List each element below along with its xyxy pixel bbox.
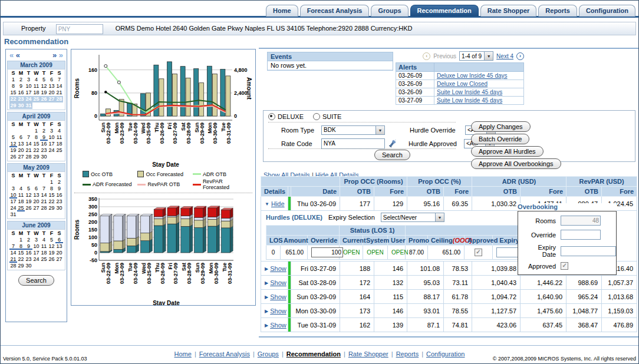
calendar-day[interactable]: 30 — [17, 102, 25, 109]
rate-code-input[interactable] — [321, 138, 385, 149]
calendar-day[interactable]: 5 — [9, 134, 17, 141]
calendar-day[interactable]: 30 — [25, 263, 32, 269]
calendar-day[interactable]: 9 — [40, 134, 48, 141]
calendar-day[interactable]: 3 — [32, 237, 40, 243]
calendar-day[interactable]: 17 — [32, 250, 40, 256]
approve-all-hurdles-button[interactable]: Approve All Hurdles — [471, 146, 544, 157]
footer-link-home[interactable]: Home — [174, 350, 192, 358]
calendar-day[interactable]: 29 — [32, 154, 40, 160]
filter-search-button[interactable]: Search — [374, 150, 410, 160]
calendar-day[interactable]: 22 — [32, 147, 40, 154]
calendar-day[interactable]: 12 — [9, 141, 17, 147]
calendar-day[interactable]: 8 — [48, 186, 55, 192]
footer-link-configuration[interactable]: Configuration — [426, 350, 465, 358]
next-link[interactable]: Next 4 — [496, 53, 513, 59]
calendar-day[interactable]: 7 — [55, 77, 63, 83]
tab-groups[interactable]: Groups — [371, 5, 408, 16]
calendar-day[interactable]: 3 — [25, 77, 32, 83]
calendar-day[interactable]: 29 — [17, 263, 25, 269]
calendar-day[interactable]: 17 — [9, 198, 17, 205]
show-details-link[interactable]: Show — [270, 307, 286, 315]
calendar-day[interactable]: 29 — [48, 205, 55, 211]
calendar-next-month-icon[interactable]: » — [52, 51, 57, 59]
calendar-day[interactable]: 26 — [48, 256, 55, 263]
tab-home[interactable]: Home — [266, 5, 298, 16]
property-input[interactable] — [56, 24, 103, 34]
calendar-day[interactable]: 5 — [25, 186, 32, 192]
calendar-day[interactable]: 26 — [25, 205, 32, 211]
calendar-day[interactable]: 23 — [25, 256, 32, 263]
calendar-day[interactable]: 20 — [55, 250, 63, 256]
hurdle-approved-checkbox[interactable]: ✓ — [475, 249, 482, 256]
overbooking-expiry-input[interactable] — [561, 246, 616, 256]
calendar-day[interactable]: 2 — [17, 77, 25, 83]
calendar-day[interactable]: 10 — [25, 83, 32, 90]
calendar-day[interactable]: 11 — [32, 83, 40, 90]
calendar-day[interactable]: 13 — [55, 243, 63, 250]
calendar-day[interactable]: 10 — [48, 134, 55, 141]
calendar-day[interactable]: 25 — [40, 256, 48, 263]
calendar-day[interactable]: 22 — [9, 96, 17, 102]
calendar-day[interactable]: 2 — [25, 237, 32, 243]
expiry-selection-select[interactable]: Select/Never ▼ — [381, 213, 444, 222]
calendar-day[interactable]: 24 — [32, 256, 40, 263]
calendar-day[interactable]: 20 — [32, 198, 40, 205]
calendar-day[interactable]: 12 — [40, 83, 48, 90]
tab-forecast-analysis[interactable]: Forecast Analysis — [300, 5, 370, 16]
calendar-day[interactable]: 24 — [25, 96, 32, 102]
footer-link-recommendation[interactable]: Recommendation — [286, 350, 341, 358]
calendar-day[interactable]: 16 — [25, 250, 32, 256]
calendar-day[interactable]: 7 — [40, 186, 48, 192]
alerts-range-select[interactable]: 1-4 of 9 ▼ — [459, 51, 493, 61]
calendar-day[interactable]: 8 — [32, 134, 40, 141]
tab-recommendation[interactable]: Recommendation — [410, 5, 479, 16]
calendar-day[interactable]: 25 — [32, 96, 40, 102]
footer-link-reports[interactable]: Reports — [396, 350, 419, 358]
alert-link[interactable]: Deluxe Low Inside 45 days — [437, 72, 508, 79]
calendar-day[interactable]: 6 — [55, 237, 63, 243]
calendar-day[interactable]: 9 — [25, 243, 32, 250]
calendar-day[interactable]: 10 — [32, 243, 40, 250]
calendar-day[interactable]: 7 — [9, 243, 17, 250]
calendar-day[interactable]: 6 — [17, 134, 25, 141]
footer-link-forecast-analysis[interactable]: Forecast Analysis — [199, 350, 250, 358]
calendar-day[interactable]: 9 — [17, 83, 25, 90]
calendar-day[interactable]: 4 — [55, 128, 63, 134]
calendar-day[interactable]: 6 — [32, 186, 40, 192]
calendar-day[interactable]: 20 — [17, 147, 25, 154]
calendar-day[interactable]: 13 — [32, 192, 40, 198]
calendar-day[interactable]: 21 — [9, 256, 17, 263]
hide-details-link[interactable]: Hide — [271, 200, 285, 207]
calendar-day[interactable]: 19 — [25, 198, 32, 205]
calendar-day[interactable]: 31 — [9, 211, 17, 218]
calendar-day[interactable]: 16 — [40, 141, 48, 147]
calendar-day[interactable]: 4 — [17, 186, 25, 192]
calendar-day[interactable]: 2 — [55, 179, 63, 186]
calendar-day[interactable]: 28 — [55, 96, 63, 102]
calendar-day[interactable]: 1 — [9, 77, 17, 83]
calendar-day[interactable]: 21 — [40, 198, 48, 205]
calendar-day[interactable]: 18 — [40, 250, 48, 256]
calendar-day[interactable]: 27 — [32, 205, 40, 211]
overbooking-approved-checkbox[interactable]: ✓ — [561, 262, 568, 270]
calendar-day[interactable]: 13 — [17, 141, 25, 147]
calendar-day[interactable]: 16 — [17, 90, 25, 96]
next-arrow-icon[interactable]: › — [516, 52, 524, 60]
calendar-day[interactable]: 28 — [9, 263, 17, 269]
calendar-day[interactable]: 5 — [48, 237, 55, 243]
suite-radio[interactable] — [313, 113, 320, 120]
calendar-day[interactable]: 15 — [9, 90, 17, 96]
calendar-day[interactable]: 11 — [55, 134, 63, 141]
calendar-day[interactable]: 18 — [32, 90, 40, 96]
calendar-day[interactable]: 8 — [17, 243, 25, 250]
calendar-day[interactable]: 1 — [32, 128, 40, 134]
calendar-day[interactable]: 2 — [40, 128, 48, 134]
calendar-day[interactable]: 24 — [48, 147, 55, 154]
room-type-select[interactable]: BDK ▼ — [321, 125, 385, 135]
calendar-day[interactable]: 25 — [17, 205, 25, 211]
footer-link-rate-shopper[interactable]: Rate Shopper — [348, 350, 388, 358]
calendar-day[interactable]: 11 — [40, 243, 48, 250]
calendar-day[interactable]: 7 — [25, 134, 32, 141]
calendar-day[interactable]: 15 — [32, 141, 40, 147]
calendar-day[interactable]: 16 — [55, 192, 63, 198]
